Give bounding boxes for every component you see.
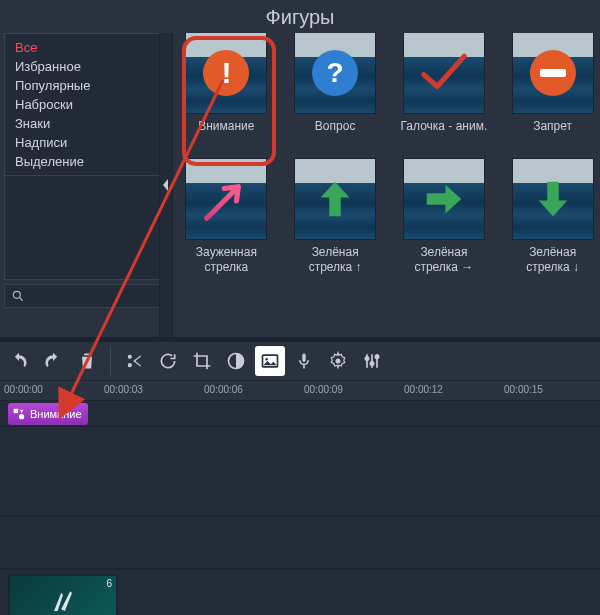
ruler-tick: 00:00:00 [4,384,43,395]
svg-rect-10 [14,409,18,413]
ruler-tick: 00:00:09 [304,384,343,395]
clip-shape-icon [12,407,26,421]
shape-label: Внимание [198,119,254,149]
sliders-button[interactable] [357,346,387,376]
arrow-down-icon [513,159,593,239]
shape-thumb-attention[interactable]: ! Внимание [183,33,270,149]
category-item-all[interactable]: Все [5,38,159,57]
panel-title: Фигуры [0,0,600,33]
svg-point-4 [265,358,268,361]
timeline-toolbar [0,341,600,381]
image-button[interactable] [255,346,285,376]
clip-label: Внимание [30,408,82,420]
category-item-highlight[interactable]: Выделение [5,152,159,171]
category-item-favorites[interactable]: Избранное [5,57,159,76]
effects-track[interactable]: Внимание [0,401,600,427]
shape-thumb-green-right[interactable]: Зелёная стрелка → [401,159,488,275]
check-icon [404,33,484,113]
shapes-grid-wrap: ! Внимание ? Вопрос Г [173,33,600,337]
ruler-tick: 00:00:12 [404,384,443,395]
shape-label: Зелёная стрелка → [401,245,488,275]
shape-label: Зелёная стрелка ↓ [509,245,596,275]
shape-label: Галочка - аним. [401,119,488,149]
shapes-panel: Все Избранное Популярные Наброски Знаки … [0,33,600,337]
media-clip-duration: 6 [106,578,112,589]
redo-button[interactable] [38,346,68,376]
category-item-sketches[interactable]: Наброски [5,95,159,114]
track-area: Внимание 6 [0,401,600,615]
ruler-tick: 00:00:06 [204,384,243,395]
shape-thumb-question[interactable]: ? Вопрос [292,33,379,149]
category-sidebar: Все Избранное Популярные Наброски Знаки … [0,33,160,337]
svg-point-8 [370,362,373,365]
collapse-handle[interactable] [159,33,173,337]
contrast-button[interactable] [221,346,251,376]
arrow-pink-icon [186,159,266,239]
cut-button[interactable] [119,346,149,376]
search-icon [11,289,25,303]
category-item-captions[interactable]: Надписи [5,133,159,152]
shape-label: Вопрос [315,119,356,149]
no-entry-icon [513,33,593,113]
arrow-up-icon [295,159,375,239]
svg-line-1 [20,298,23,301]
search-bar[interactable] [4,284,160,308]
shape-thumb-narrow-arrow[interactable]: Зауженная стрелка [183,159,270,275]
shape-label: Запрет [533,119,572,149]
shape-label: Зауженная стрелка [183,245,270,275]
rotate-button[interactable] [153,346,183,376]
category-item-popular[interactable]: Популярные [5,76,159,95]
svg-point-11 [19,414,24,419]
video-track-2[interactable] [0,517,600,569]
shapes-grid: ! Внимание ? Вопрос Г [183,33,596,275]
timeline-ruler[interactable]: 00:00:00 00:00:03 00:00:06 00:00:09 00:0… [0,381,600,401]
shape-label: Зелёная стрелка ↑ [292,245,379,275]
svg-point-7 [365,357,368,360]
svg-point-6 [336,359,341,364]
crop-button[interactable] [187,346,217,376]
undo-button[interactable] [4,346,34,376]
arrow-right-icon [404,159,484,239]
media-track[interactable]: 6 [0,569,600,615]
settings-button[interactable] [323,346,353,376]
shape-thumb-check[interactable]: Галочка - аним. [401,33,488,149]
mic-button[interactable] [289,346,319,376]
media-clip[interactable]: 6 [8,574,118,615]
ruler-tick: 00:00:15 [504,384,543,395]
delete-button[interactable] [72,346,102,376]
timeline-clip-attention[interactable]: Внимание [8,403,88,425]
exclamation-icon: ! [186,33,266,113]
category-list: Все Избранное Популярные Наброски Знаки … [4,33,160,176]
svg-point-9 [375,355,378,358]
shape-thumb-green-up[interactable]: Зелёная стрелка ↑ [292,159,379,275]
video-track-1[interactable] [0,427,600,517]
category-item-signs[interactable]: Знаки [5,114,159,133]
shape-thumb-green-down[interactable]: Зелёная стрелка ↓ [509,159,596,275]
svg-point-0 [13,291,20,298]
ruler-tick: 00:00:03 [104,384,143,395]
shape-thumb-noentry[interactable]: Запрет [509,33,596,149]
question-icon: ? [295,33,375,113]
category-spacer [4,176,160,280]
svg-rect-5 [302,354,305,362]
